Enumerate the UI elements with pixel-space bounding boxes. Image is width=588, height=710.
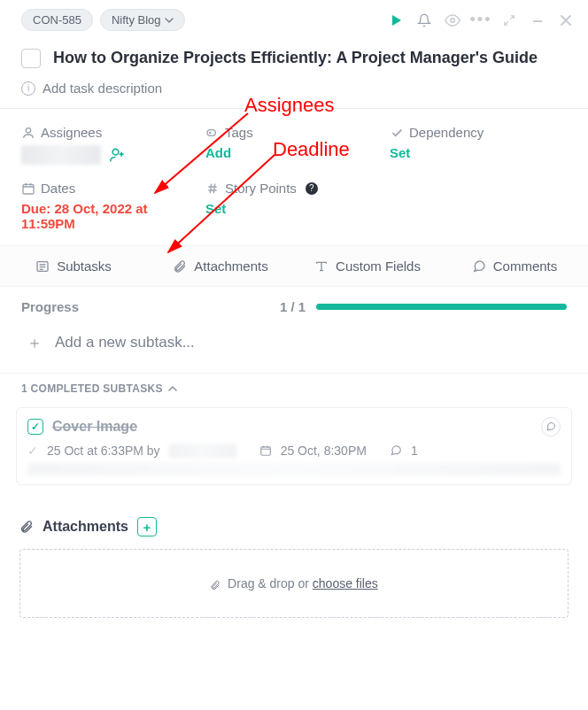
svg-line-9 <box>168 155 275 252</box>
svg-line-8 <box>155 113 248 193</box>
annotation-arrow-assignees <box>0 0 588 710</box>
